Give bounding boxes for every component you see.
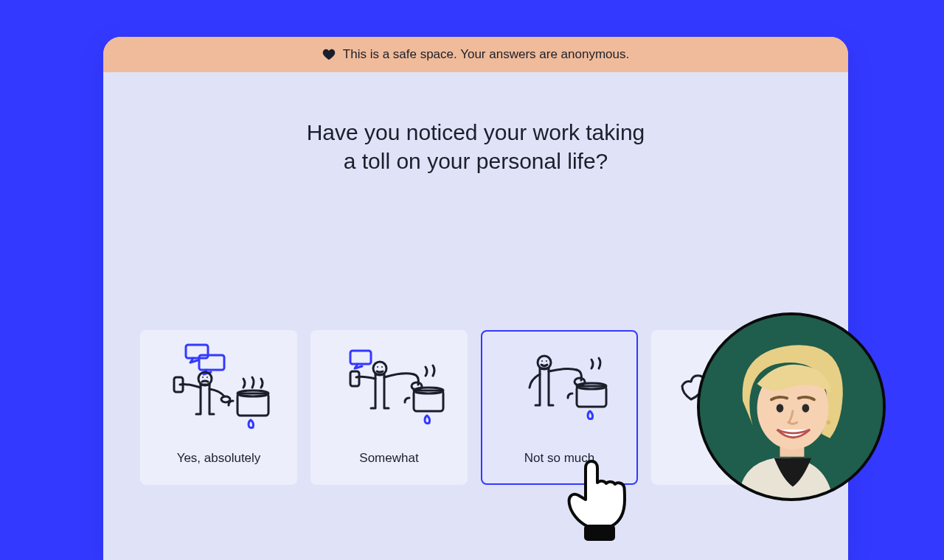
svg-point-11 bbox=[377, 366, 378, 368]
option-card-not-so-much[interactable]: Not so much bbox=[481, 330, 638, 485]
stress-mid-icon bbox=[312, 342, 466, 430]
safe-space-banner: This is a safe space. Your answers are a… bbox=[103, 37, 848, 72]
option-label: Yes, absolutely bbox=[177, 451, 261, 466]
svg-point-4 bbox=[206, 377, 208, 378]
option-label: Somewhat bbox=[359, 451, 418, 466]
svg-rect-9 bbox=[350, 351, 371, 364]
svg-point-17 bbox=[538, 356, 551, 369]
svg-point-28 bbox=[802, 404, 810, 413]
svg-point-12 bbox=[381, 366, 383, 368]
heart-icon bbox=[322, 49, 336, 60]
stress-high-icon bbox=[142, 342, 296, 430]
svg-point-29 bbox=[826, 420, 830, 424]
option-card-somewhat[interactable]: Somewhat bbox=[310, 330, 468, 485]
svg-point-27 bbox=[777, 404, 784, 413]
user-avatar bbox=[697, 312, 886, 501]
question-heading: Have you noticed your work taking a toll… bbox=[103, 118, 848, 175]
option-label: Not so much bbox=[524, 451, 594, 466]
stress-low-icon bbox=[482, 342, 636, 430]
svg-point-3 bbox=[202, 377, 204, 378]
svg-rect-13 bbox=[350, 371, 359, 386]
svg-point-19 bbox=[546, 360, 547, 362]
banner-text: This is a safe space. Your answers are a… bbox=[343, 47, 629, 62]
option-card-yes-absolutely[interactable]: Yes, absolutely bbox=[140, 330, 297, 485]
svg-point-18 bbox=[541, 360, 543, 362]
